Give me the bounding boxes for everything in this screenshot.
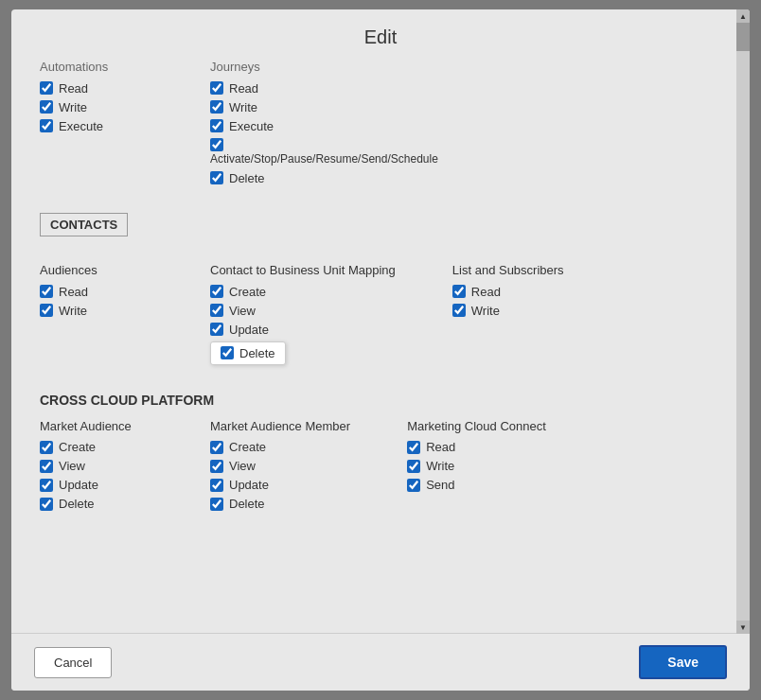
cross-cloud-section: CROSS CLOUD PLATFORM Market Audience Cre… <box>40 393 721 516</box>
mcc-write-label: Write <box>426 459 454 473</box>
journeys-delete-label: Delete <box>229 171 265 185</box>
ma-create-checkbox[interactable] <box>40 441 53 454</box>
automations-read-label: Read <box>59 81 88 96</box>
journeys-execute-item: Execute <box>210 119 438 133</box>
automations-write-item: Write <box>40 100 153 114</box>
journeys-read-checkbox[interactable] <box>210 81 223 95</box>
ma-create-item: Create <box>40 440 153 454</box>
modal: Edit Automations Read Write Ex <box>11 9 750 691</box>
mapping-view-item: View <box>210 304 396 318</box>
delete-tooltip: Delete <box>210 341 286 365</box>
journeys-activate-label: Activate/Stop/Pause/Resume/Send/Schedule <box>210 151 438 167</box>
list-read-item: Read <box>452 285 566 299</box>
mam-view-checkbox[interactable] <box>210 460 223 473</box>
audiences-read-checkbox[interactable] <box>40 285 53 298</box>
mam-create-label: Create <box>229 440 266 454</box>
mam-update-checkbox[interactable] <box>210 479 223 492</box>
journeys-write-checkbox[interactable] <box>210 100 223 114</box>
mapping-delete-label: Delete <box>239 346 275 360</box>
market-audience-group: Market Audience Create View Update <box>40 419 153 516</box>
mapping-update-checkbox[interactable] <box>210 323 223 336</box>
audiences-write-checkbox[interactable] <box>40 304 53 317</box>
mam-view-label: View <box>229 459 256 473</box>
automations-execute-item: Execute <box>40 119 153 133</box>
ma-delete-item: Delete <box>40 497 153 511</box>
contacts-permissions-row: Audiences Read Write Contact to Business… <box>40 263 721 370</box>
audiences-title: Audiences <box>40 263 153 279</box>
market-audience-member-group: Market Audience Member Create View Updat… <box>210 419 350 516</box>
journeys-execute-label: Execute <box>229 119 274 133</box>
cross-cloud-permissions-row: Market Audience Create View Update <box>40 419 721 516</box>
mapping-create-item: Create <box>210 285 396 299</box>
scrollbar-up-arrow[interactable]: ▲ <box>736 9 750 23</box>
market-audience-member-title: Market Audience Member <box>210 419 350 435</box>
mam-create-checkbox[interactable] <box>210 441 223 454</box>
journeys-delete-checkbox[interactable] <box>210 171 223 184</box>
audiences-write-item: Write <box>40 304 153 318</box>
automations-group: Automations Read Write Execute <box>40 60 153 190</box>
journeys-read-item: Read <box>210 81 438 96</box>
ma-update-checkbox[interactable] <box>40 479 53 492</box>
automations-read-checkbox[interactable] <box>40 81 53 95</box>
journeys-activate-item <box>210 138 438 151</box>
mapping-create-checkbox[interactable] <box>210 285 223 298</box>
scrollbar-down-arrow[interactable]: ▼ <box>736 621 750 634</box>
mcc-read-checkbox[interactable] <box>407 441 420 454</box>
ma-create-label: Create <box>59 440 96 454</box>
list-write-checkbox[interactable] <box>452 304 466 317</box>
ma-delete-checkbox[interactable] <box>40 498 53 511</box>
automations-execute-label: Execute <box>59 119 103 133</box>
journeys-delete-item: Delete <box>210 171 438 185</box>
ma-view-checkbox[interactable] <box>40 460 53 473</box>
market-audience-title: Market Audience <box>40 419 153 435</box>
journeys-write-label: Write <box>229 100 257 114</box>
list-read-label: Read <box>471 285 501 299</box>
modal-title: Edit <box>11 9 750 60</box>
journeys-write-item: Write <box>210 100 438 114</box>
journeys-execute-checkbox[interactable] <box>210 119 223 132</box>
mam-view-item: View <box>210 459 350 473</box>
mam-delete-checkbox[interactable] <box>210 498 223 511</box>
journeys-title: Journeys <box>210 60 438 76</box>
mcc-write-checkbox[interactable] <box>407 460 420 473</box>
cancel-button[interactable]: Cancel <box>34 647 112 678</box>
mam-delete-label: Delete <box>229 497 265 511</box>
mapping-create-label: Create <box>229 285 266 299</box>
contact-mapping-group: Contact to Business Unit Mapping Create … <box>210 263 396 370</box>
journeys-read-label: Read <box>229 81 258 96</box>
marketing-cloud-connect-group: Marketing Cloud Connect Read Write Send <box>407 419 546 516</box>
mapping-update-item: Update <box>210 323 396 337</box>
automations-read-item: Read <box>40 81 153 96</box>
ma-delete-label: Delete <box>59 497 95 511</box>
mcc-send-checkbox[interactable] <box>407 479 420 492</box>
mapping-view-checkbox[interactable] <box>210 304 223 317</box>
journeys-activate-checkbox[interactable] <box>210 138 223 151</box>
mcc-send-item: Send <box>407 478 546 492</box>
modal-overlay: Edit Automations Read Write Ex <box>0 0 761 700</box>
ma-update-item: Update <box>40 478 153 492</box>
mam-update-item: Update <box>210 478 350 492</box>
cross-cloud-header: CROSS CLOUD PLATFORM <box>40 393 721 408</box>
list-read-checkbox[interactable] <box>452 285 466 298</box>
marketing-cloud-connect-title: Marketing Cloud Connect <box>407 419 546 435</box>
scrollbar-track: ▲ ▼ <box>736 9 750 634</box>
automations-execute-checkbox[interactable] <box>40 119 53 132</box>
mcc-read-label: Read <box>426 440 455 454</box>
save-button[interactable]: Save <box>639 645 727 679</box>
mcc-read-item: Read <box>407 440 546 454</box>
automations-journeys-row: Automations Read Write Execute <box>40 60 721 190</box>
list-subscribers-title: List and Subscribers <box>452 263 566 279</box>
mapping-delete-item: Delete <box>210 341 396 365</box>
list-subscribers-group: List and Subscribers Read Write <box>452 263 566 370</box>
mam-delete-item: Delete <box>210 497 350 511</box>
ma-view-label: View <box>59 459 85 473</box>
mcc-write-item: Write <box>407 459 546 473</box>
audiences-read-label: Read <box>59 285 88 299</box>
mam-update-label: Update <box>229 478 269 492</box>
automations-write-checkbox[interactable] <box>40 100 53 114</box>
contacts-header: CONTACTS <box>40 213 128 236</box>
contact-mapping-title: Contact to Business Unit Mapping <box>210 263 396 279</box>
mcc-send-label: Send <box>426 478 454 492</box>
mapping-delete-checkbox[interactable] <box>221 346 234 359</box>
contacts-section: CONTACTS <box>40 213 721 250</box>
